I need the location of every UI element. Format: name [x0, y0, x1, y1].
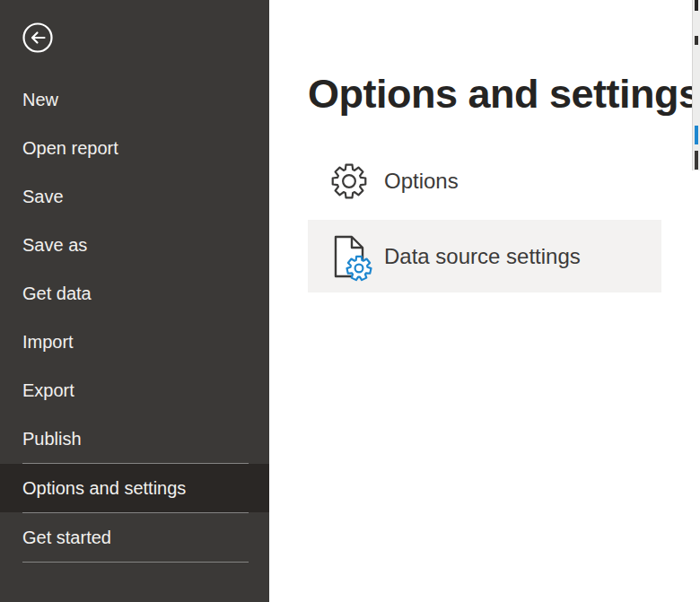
- back-button[interactable]: [22, 22, 54, 54]
- sidebar-item-label: Options and settings: [22, 478, 186, 499]
- sidebar-item-label: Get data: [22, 284, 92, 304]
- back-arrow-circle-icon: [22, 22, 54, 54]
- sidebar-item-label: Export: [22, 380, 74, 401]
- hub-item-data-source-settings[interactable]: Data source settings: [308, 220, 661, 292]
- sidebar-item-get-data[interactable]: Get data: [0, 269, 269, 318]
- sidebar-item-new[interactable]: New: [0, 75, 269, 124]
- options-hub: Options Data source setti: [308, 153, 661, 292]
- sidebar-item-label: Save: [22, 187, 64, 207]
- small-gear-icon: [346, 255, 372, 282]
- sidebar-item-label: Open report: [22, 138, 118, 159]
- sidebar-item-get-started[interactable]: Get started: [0, 513, 269, 562]
- sidebar-item-label: Import: [22, 332, 74, 353]
- sidebar-item-options-and-settings[interactable]: Options and settings: [0, 464, 269, 512]
- menu-divider: [22, 562, 249, 563]
- sidebar-item-label: New: [22, 90, 58, 110]
- hub-item-label: Options: [384, 169, 459, 194]
- sidebar-item-label: Publish: [22, 429, 82, 449]
- app-sliver-segment: [695, 151, 698, 170]
- sidebar-item-open-report[interactable]: Open report: [0, 124, 269, 172]
- sidebar-item-label: Get started: [22, 528, 111, 548]
- sidebar-item-import[interactable]: Import: [0, 318, 269, 366]
- sidebar-item-save-as[interactable]: Save as: [0, 221, 269, 269]
- sidebar-menu: NewOpen reportSaveSave asGet dataImportE…: [0, 75, 269, 563]
- app-sliver-segment: [695, 126, 698, 144]
- options-and-settings-panel: Options and settings Options: [269, 0, 692, 602]
- app-sliver-segment: [695, 0, 698, 11]
- document-gear-icon: [330, 235, 368, 278]
- background-app-sliver: [692, 0, 700, 602]
- app-sliver-segment: [695, 36, 698, 45]
- hub-item-label: Data source settings: [384, 244, 581, 269]
- sidebar-item-label: Save as: [22, 235, 87, 256]
- hub-item-options[interactable]: Options: [308, 153, 661, 209]
- sidebar-item-publish[interactable]: Publish: [0, 414, 269, 463]
- page-title: Options and settings: [308, 71, 700, 118]
- file-menu-sidebar: NewOpen reportSaveSave asGet dataImportE…: [0, 0, 269, 602]
- gear-icon: [330, 160, 368, 203]
- sidebar-item-export[interactable]: Export: [0, 366, 269, 414]
- sidebar-item-save[interactable]: Save: [0, 172, 269, 221]
- app-sliver-base: [692, 0, 700, 170]
- file-menu-page: NewOpen reportSaveSave asGet dataImportE…: [0, 0, 700, 602]
